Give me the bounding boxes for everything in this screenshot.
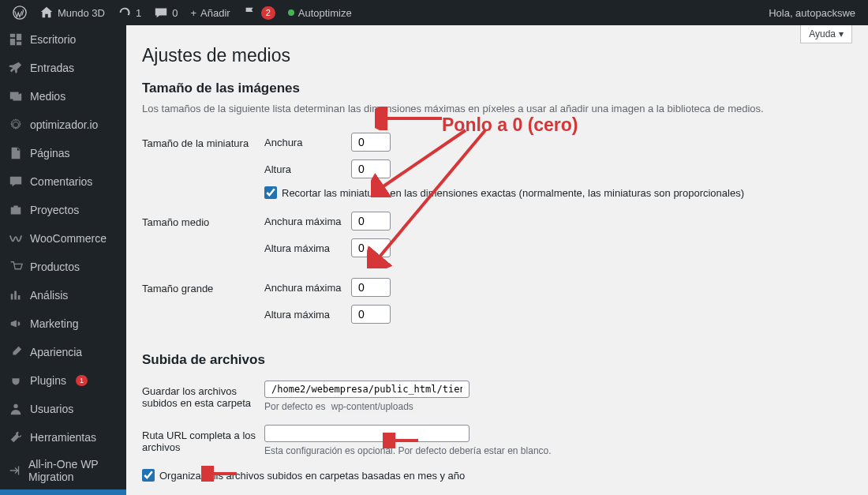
sidebar-item-entradas[interactable]: Entradas [0, 54, 126, 82]
height-label: Altura [264, 163, 343, 175]
updates-count: 1 [136, 7, 141, 19]
sidebar-item-comentarios[interactable]: Comentarios [0, 167, 126, 196]
medium-size-label: Tamaño medio [142, 212, 264, 228]
max-height-label-2: Altura máxima [264, 309, 343, 321]
greeting-text: Hola, autopackswe [769, 7, 855, 19]
organize-checkbox[interactable] [142, 469, 155, 482]
gear-icon [8, 117, 24, 133]
wp-logo[interactable] [6, 0, 33, 25]
sidebar-item-apariencia[interactable]: Apariencia [0, 338, 126, 366]
sidebar-item-marketing[interactable]: Marketing [0, 309, 126, 338]
status-dot-icon [288, 9, 294, 16]
user-icon [8, 401, 24, 417]
main-content: Ayuda▾ Ajustes de medios Tamaño de las i… [126, 25, 868, 495]
admin-sidebar: EscritorioEntradasMediosoptimizador.ioPá… [0, 25, 126, 495]
megaphone-icon [8, 316, 24, 332]
thumbnail-size-label: Tamaño de la miniatura [142, 133, 264, 149]
sidebar-item-escritorio[interactable]: Escritorio [0, 25, 126, 54]
media-icon [8, 88, 24, 104]
update-icon [118, 6, 132, 20]
pin-icon [8, 60, 24, 76]
sidebar-item-proyectos[interactable]: Proyectos [0, 196, 126, 224]
notif-badge: 2 [261, 6, 275, 20]
help-tab[interactable]: Ayuda▾ [800, 25, 852, 43]
plug-icon [8, 373, 24, 388]
sidebar-item-woocommerce[interactable]: WooCommerce [0, 224, 126, 253]
medium-width-input[interactable] [351, 212, 391, 231]
sidebar-item-p-ginas[interactable]: Páginas [0, 139, 126, 167]
section-uploads: Subida de archivos [142, 352, 852, 368]
migrate-icon [8, 463, 22, 478]
sidebar-item-all-in-one-wp-migration[interactable]: All-in-One WP Migration [0, 452, 126, 489]
url-path-input[interactable] [264, 425, 470, 442]
large-size-label: Tamaño grande [142, 278, 264, 294]
site-name-link[interactable]: Mundo 3D [33, 0, 111, 25]
woo-icon [8, 231, 24, 246]
sidebar-item-ajustes[interactable]: Ajustes [0, 489, 126, 495]
max-height-label: Altura máxima [264, 242, 343, 254]
tools-icon [8, 429, 24, 445]
max-width-label-2: Anchura máxima [264, 282, 343, 294]
page-title: Ajustes de medios [142, 45, 852, 66]
max-width-label: Anchura máxima [264, 216, 343, 227]
brush-icon [8, 344, 24, 360]
update-badge: 1 [76, 375, 88, 386]
organize-checkbox-label[interactable]: Organizar mis archivos subidos en carpet… [142, 469, 465, 482]
comments-link[interactable]: 0 [148, 0, 184, 25]
add-new-link[interactable]: +Añadir [184, 0, 236, 25]
notifications-link[interactable]: 2 [237, 0, 282, 25]
portfolio-icon [8, 202, 24, 218]
sidebar-item-productos[interactable]: Productos [0, 253, 126, 281]
sizes-description: Los tamaños de la siguiente lista determ… [142, 103, 852, 114]
product-icon [8, 259, 24, 275]
home-icon [39, 6, 54, 20]
page-icon [8, 145, 24, 161]
sidebar-item-usuarios[interactable]: Usuarios [0, 395, 126, 423]
comment-icon [8, 174, 24, 189]
thumbnail-width-input[interactable] [351, 133, 391, 152]
medium-height-input[interactable] [351, 238, 391, 257]
section-image-sizes: Tamaño de las imágenes [142, 81, 852, 96]
autoptimize-link[interactable]: Autoptimize [282, 0, 358, 25]
upload-path-input[interactable] [264, 381, 470, 398]
plus-icon: + [190, 7, 196, 19]
wordpress-icon [13, 6, 27, 20]
updates-link[interactable]: 1 [111, 0, 148, 25]
large-height-input[interactable] [351, 305, 391, 324]
chevron-down-icon: ▾ [839, 28, 844, 39]
autoptimize-label: Autoptimize [298, 7, 352, 19]
flag-icon [243, 6, 257, 20]
sidebar-item-an-lisis[interactable]: Análisis [0, 281, 126, 309]
comments-count: 0 [172, 7, 178, 19]
upload-default-hint: Por defecto es wp-content/uploads [264, 401, 852, 412]
sidebar-item-medios[interactable]: Medios [0, 82, 126, 111]
width-label: Anchura [264, 137, 343, 148]
thumbnail-height-input[interactable] [351, 159, 391, 178]
svg-point-1 [13, 404, 17, 408]
crop-checkbox-label[interactable]: Recortar las miniaturas en las dimension… [264, 186, 852, 199]
site-name: Mundo 3D [58, 7, 105, 19]
sidebar-item-herramientas[interactable]: Herramientas [0, 423, 126, 452]
large-width-input[interactable] [351, 278, 391, 297]
crop-checkbox[interactable] [264, 186, 277, 199]
sidebar-item-plugins[interactable]: Plugins1 [0, 366, 126, 395]
dashboard-icon [8, 32, 24, 47]
sidebar-item-optimizador-io[interactable]: optimizador.io [0, 111, 126, 139]
url-path-label: Ruta URL completa a los archivos [142, 425, 264, 453]
url-hint: Esta configuración es opcional. Por defe… [264, 445, 852, 456]
account-link[interactable]: Hola, autopackswe [762, 0, 862, 25]
chart-icon [8, 287, 24, 303]
upload-path-label: Guardar los archivos subidos en esta car… [142, 381, 264, 409]
comment-icon [154, 6, 168, 20]
add-new-label: Añadir [200, 7, 230, 19]
